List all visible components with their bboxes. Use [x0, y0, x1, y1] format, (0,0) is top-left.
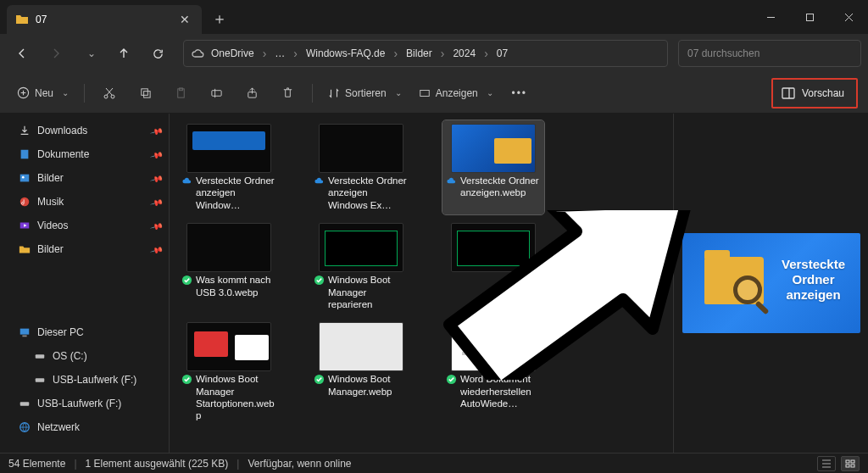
- cut-button[interactable]: [93, 80, 125, 107]
- sync-status-icon: [314, 275, 325, 288]
- back-button[interactable]: [7, 40, 37, 67]
- separator: [84, 84, 85, 103]
- file-thumbnail: [319, 322, 403, 371]
- sidebar-item-label: Downloads: [37, 125, 87, 136]
- thumbnails-view-button[interactable]: [841, 456, 860, 471]
- file-item[interactable]: Was kommt nach USB 3.0.webp: [178, 220, 280, 314]
- pin-icon: 📌: [150, 242, 164, 256]
- sync-status-icon: [181, 175, 192, 189]
- svg-point-19: [20, 198, 30, 207]
- doc-icon: [19, 148, 31, 160]
- window-tab[interactable]: 07 ✕: [7, 5, 202, 34]
- new-tab-button[interactable]: ＋: [212, 8, 227, 29]
- sidebar-item[interactable]: Downloads📌: [0, 119, 169, 142]
- copy-button[interactable]: [129, 80, 161, 107]
- forward-button[interactable]: [41, 40, 71, 67]
- maximize-button[interactable]: [790, 3, 829, 31]
- sidebar-item[interactable]: Bilder📌: [0, 166, 169, 190]
- file-item[interactable]: Versteckte Ordner anzeigen Window…: [178, 120, 280, 214]
- file-thumbnail: [186, 223, 271, 272]
- sync-status-icon: [314, 374, 325, 387]
- file-thumbnail: [319, 124, 403, 173]
- svg-rect-25: [20, 402, 30, 405]
- svg-rect-17: [20, 175, 30, 182]
- file-item[interactable]: Windows Boot Manager.webp: [310, 319, 412, 426]
- file-thumbnail: [186, 322, 271, 371]
- sidebar-item[interactable]: Netzwerk: [0, 415, 169, 439]
- chevron-right-icon: [261, 47, 269, 60]
- sidebar-item[interactable]: Musik📌: [0, 190, 169, 214]
- file-thumbnail: [186, 124, 271, 173]
- sort-button[interactable]: Sortieren ⌄: [321, 80, 409, 107]
- video-icon: [19, 220, 31, 231]
- file-item[interactable]: Word Dokument wiederherstellen AutoWiede…: [442, 319, 544, 426]
- file-name: Word Dokument wiederherstellen AutoWiede…: [460, 373, 541, 409]
- close-window-button[interactable]: [829, 3, 868, 31]
- svg-rect-21: [20, 329, 30, 335]
- file-grid[interactable]: Versteckte Ordner anzeigen Window… Verst…: [170, 114, 673, 453]
- preview-pane-button[interactable]: Vorschau: [771, 78, 858, 109]
- paste-button[interactable]: [164, 80, 197, 107]
- breadcrumb[interactable]: OneDrive … Windows-FAQ.de Bilder 2024 07: [183, 40, 668, 67]
- sidebar-item-label: Dieser PC: [37, 326, 84, 338]
- sidebar-item[interactable]: Dieser PC: [0, 320, 169, 344]
- file-thumbnail: [319, 223, 403, 272]
- sidebar-item[interactable]: USB-Laufwerk (F:): [0, 368, 169, 392]
- sync-status-icon: [181, 374, 192, 387]
- sidebar-item-label: Netzwerk: [37, 421, 80, 433]
- preview-image: Versteckte Ordner anzeigen: [682, 233, 860, 333]
- svg-rect-7: [141, 89, 147, 96]
- status-bar: 54 Elemente | 1 Element ausgewählt (225 …: [0, 453, 868, 473]
- toolbar: Neu ⌄ Sortieren ⌄ Anzeigen ⌄ ••• Vorscha…: [0, 73, 868, 114]
- svg-rect-8: [143, 92, 150, 98]
- pin-icon: 📌: [150, 195, 164, 209]
- sidebar-item-label: USB-Laufwerk (F:): [37, 398, 121, 409]
- share-button[interactable]: [236, 80, 268, 107]
- file-item[interactable]: Windows Boot Manager reparieren: [310, 220, 412, 314]
- rename-button[interactable]: [200, 80, 232, 107]
- sidebar-item[interactable]: USB-Laufwerk (F:): [0, 392, 169, 415]
- file-item[interactable]: Windows Boot Manager Startoptionen.webp: [178, 319, 280, 426]
- search-input[interactable]: 07 durchsuchen: [678, 40, 861, 67]
- svg-rect-14: [782, 88, 794, 98]
- crumb-ellipsis[interactable]: …: [270, 44, 290, 63]
- file-item[interactable]: Versteckte Ordner anzeigen Windows Ex…: [310, 120, 412, 214]
- up-button[interactable]: [108, 40, 139, 67]
- sync-status-icon: [446, 175, 457, 189]
- sidebar-item[interactable]: OS (C:): [0, 344, 169, 368]
- preview-icon: [782, 87, 795, 99]
- svg-rect-24: [36, 378, 45, 381]
- delete-button[interactable]: [271, 80, 303, 107]
- crumb-root[interactable]: OneDrive: [206, 44, 259, 63]
- crumb-item[interactable]: 07: [492, 44, 513, 63]
- drive-icon: [19, 398, 31, 409]
- content: Versteckte Ordner anzeigen Window… Verst…: [170, 114, 868, 453]
- sidebar-item[interactable]: Videos📌: [0, 214, 169, 237]
- refresh-button[interactable]: [142, 40, 173, 67]
- file-name: Versteckte Ordner anzeigen Windows Ex…: [328, 175, 409, 211]
- file-item[interactable]: [442, 220, 544, 314]
- tab-title: 07: [36, 14, 176, 25]
- crumb-item[interactable]: 2024: [448, 44, 481, 63]
- sidebar-item[interactable]: Dokumente📌: [0, 142, 169, 166]
- new-button[interactable]: Neu ⌄: [10, 80, 75, 107]
- sidebar: Downloads📌Dokumente📌Bilder📌Musik📌Videos📌…: [0, 114, 170, 453]
- file-thumbnail: [451, 223, 536, 272]
- preview-pane: Versteckte Ordner anzeigen: [673, 114, 868, 453]
- recent-button[interactable]: ⌄: [75, 40, 105, 67]
- crumb-item[interactable]: Bilder: [401, 44, 437, 63]
- sidebar-item-label: Videos: [37, 220, 68, 231]
- cloud-icon: [191, 47, 204, 60]
- drive-icon: [34, 374, 46, 386]
- svg-point-18: [22, 176, 25, 179]
- sidebar-item[interactable]: Bilder📌: [0, 237, 169, 261]
- pc-icon: [19, 326, 31, 338]
- file-item[interactable]: Versteckte Ordner anzeigen.webp: [442, 120, 544, 214]
- more-button[interactable]: •••: [504, 80, 536, 107]
- crumb-item[interactable]: Windows-FAQ.de: [301, 44, 390, 63]
- svg-rect-22: [22, 336, 26, 337]
- close-tab-button[interactable]: ✕: [176, 13, 193, 26]
- view-button[interactable]: Anzeigen ⌄: [412, 80, 500, 107]
- details-view-button[interactable]: [817, 456, 836, 471]
- minimize-button[interactable]: [751, 3, 790, 31]
